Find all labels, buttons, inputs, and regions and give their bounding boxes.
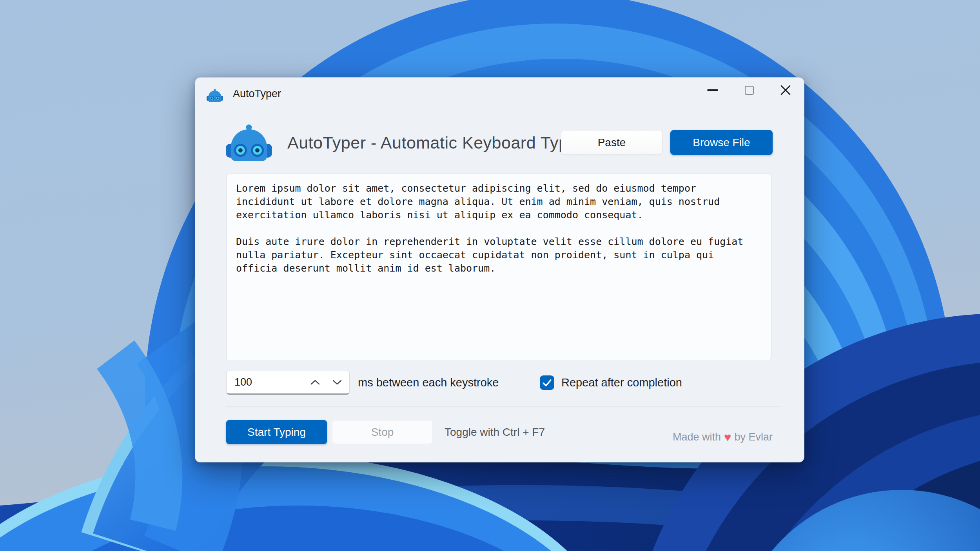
repeat-checkbox-label: Repeat after completion [561,371,682,395]
app-logo-icon [226,123,272,162]
window-controls [690,78,799,103]
chevron-down-icon [332,380,342,385]
text-input[interactable]: Lorem ipsum dolor sit amet, consectetur … [226,174,771,361]
chevron-up-icon [310,380,320,385]
paste-button[interactable]: Paste [561,130,662,155]
checkmark-icon [541,376,554,389]
heart-icon: ♥ [724,430,731,444]
minimize-button[interactable] [699,78,726,103]
maximize-button[interactable] [735,78,763,103]
stop-button[interactable]: Stop [332,420,433,444]
close-button[interactable] [772,78,799,103]
divider [226,406,780,407]
interval-unit-label: ms between each keystroke [358,371,499,395]
titlebar[interactable]: AutoTyper [195,78,804,105]
increment-button[interactable] [304,373,326,392]
page-title: AutoTyper - Automatic Keyboard Typer [287,123,584,162]
credit-prefix: Made with [673,431,721,443]
close-icon [780,85,791,96]
start-typing-button[interactable]: Start Typing [226,420,327,444]
hotkey-hint: Toggle with Ctrl + F7 [445,420,545,444]
minimize-icon [707,89,718,91]
browse-file-button[interactable]: Browse File [670,130,773,155]
repeat-checkbox[interactable] [540,375,554,390]
autotyper-window: AutoTyper [195,77,804,462]
window-title: AutoTyper [233,88,281,100]
decrement-button[interactable] [326,373,348,392]
app-icon [207,88,223,103]
interval-value: 100 [234,371,252,393]
credit-text: Made with♥by Evlar [673,427,773,447]
desktop: AutoTyper [0,0,980,551]
credit-suffix: by Evlar [734,431,773,443]
maximize-icon [745,86,754,95]
interval-input[interactable]: 100 [226,371,350,395]
